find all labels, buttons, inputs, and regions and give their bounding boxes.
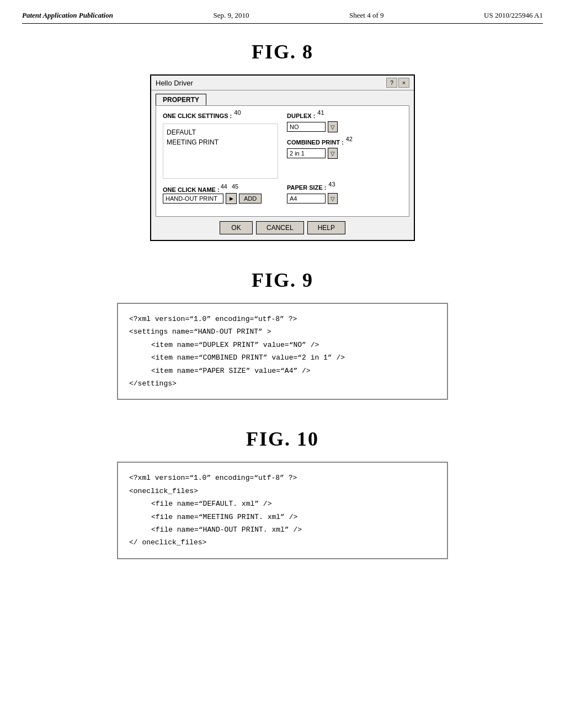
fig10-line-2: <oneclick_files> <box>129 485 436 497</box>
dialog-tab-bar: PROPERTY <box>151 90 414 105</box>
fig9-line-1: <?xml version=“1.0” encoding=“utf-8” ?> <box>129 313 436 325</box>
play-button[interactable]: ▶ <box>226 193 237 204</box>
paper-size-label: PAPER SIZE : <box>287 184 326 191</box>
right-settings-section: DUPLEX : 41 NO ▽ COMBINED PRINT : 42 <box>287 113 402 179</box>
ref-40: 40 <box>234 109 241 116</box>
duplex-dropdown-row: NO ▽ <box>287 121 402 132</box>
fig10-title: FIG. 10 <box>22 427 543 451</box>
tab-property[interactable]: PROPERTY <box>156 94 206 105</box>
patent-date: Sep. 9, 2010 <box>213 11 249 20</box>
help-titlebar-button[interactable]: ? <box>386 78 397 88</box>
dialog-titlebar-buttons: ? × <box>386 78 409 88</box>
ref-42: 42 <box>346 136 353 142</box>
one-click-settings-section: ONE CLICK SETTINGS : 40 DEFAULT MEETING … <box>163 113 278 179</box>
dialog-body: ONE CLICK SETTINGS : 40 DEFAULT MEETING … <box>156 105 409 217</box>
help-button[interactable]: HELP <box>307 221 345 234</box>
fig10-container: <?xml version=“1.0” encoding=“utf-8” ?> … <box>22 462 543 559</box>
combined-label: COMBINED PRINT : <box>287 139 344 146</box>
patent-number: US 2010/225946 A1 <box>484 11 543 20</box>
fig10-line-1: <?xml version=“1.0” encoding=“utf-8” ?> <box>129 472 436 484</box>
paper-size-section: PAPER SIZE : 43 A4 ▽ <box>287 184 402 204</box>
combined-arrow-icon[interactable]: ▽ <box>328 148 338 159</box>
add-button[interactable]: ADD <box>239 194 262 204</box>
fig9-line-6: </settings> <box>129 377 436 390</box>
fig9-line-4: <item name=“COMBINED PRINT” value=“2 in … <box>129 351 436 364</box>
fig10-line-4: <file name=“MEETING PRINT. xml” /> <box>129 511 436 523</box>
one-click-name-section: ONE CLICK NAME : 44 45 HAND-OUT PRINT ▶ … <box>163 186 278 204</box>
duplex-label: DUPLEX : <box>287 113 315 119</box>
duplex-arrow-icon[interactable]: ▽ <box>328 121 338 132</box>
fig9-line-3: <item name=“DUPLEX PRINT” value=“NO” /> <box>129 339 436 351</box>
one-click-name-label: ONE CLICK NAME : <box>163 186 220 193</box>
combined-dropdown-row: 2 in 1 ▽ <box>287 148 402 159</box>
name-input-row: HAND-OUT PRINT ▶ ADD <box>163 193 278 204</box>
patent-header: Patent Application Publication Sep. 9, 2… <box>22 11 543 24</box>
cancel-button[interactable]: CANCEL <box>256 221 304 234</box>
ref-45: 45 <box>232 183 238 190</box>
one-click-list: DEFAULT MEETING PRINT <box>163 124 278 179</box>
dialog-footer: OK CANCEL HELP <box>151 221 414 240</box>
bottom-settings-row: ONE CLICK NAME : 44 45 HAND-OUT PRINT ▶ … <box>163 184 402 204</box>
ok-button[interactable]: OK <box>220 221 253 234</box>
combined-value[interactable]: 2 in 1 <box>287 148 326 158</box>
fig9-code-box: <?xml version=“1.0” encoding=“utf-8” ?> … <box>117 303 448 400</box>
one-click-settings-label: ONE CLICK SETTINGS : <box>163 113 232 119</box>
patent-title: Patent Application Publication <box>22 11 113 20</box>
fig10-code-box: <?xml version=“1.0” encoding=“utf-8” ?> … <box>117 462 448 559</box>
fig8-title: FIG. 8 <box>22 40 543 63</box>
combined-setting: COMBINED PRINT : 42 2 in 1 ▽ <box>287 139 402 159</box>
fig10-line-5: <file name=“HAND-OUT PRINT. xml” /> <box>129 523 436 536</box>
ref-44: 44 <box>221 183 227 190</box>
fig9-title: FIG. 9 <box>22 269 543 292</box>
fig8-container: Hello Driver ? × PROPERTY ONE CLICK SETT… <box>22 74 543 241</box>
patent-sheet: Sheet 4 of 9 <box>349 11 383 20</box>
dialog-window-title: Hello Driver <box>156 79 193 87</box>
fig9-line-5: <item name=“PAPER SIZE” value=“A4” /> <box>129 365 436 377</box>
one-click-name-input[interactable]: HAND-OUT PRINT <box>163 194 223 204</box>
list-item-default: DEFAULT <box>167 127 274 137</box>
fig10-line-6: </ oneclick_files> <box>129 536 436 549</box>
fig9-container: <?xml version=“1.0” encoding=“utf-8” ?> … <box>22 303 543 400</box>
paper-dropdown-row: A4 ▽ <box>287 193 402 204</box>
ref-43: 43 <box>328 181 335 188</box>
fig10-line-3: <file name=“DEFAULT. xml” /> <box>129 497 436 510</box>
duplex-value[interactable]: NO <box>287 122 326 132</box>
ref-41: 41 <box>317 109 324 116</box>
main-settings-row: ONE CLICK SETTINGS : 40 DEFAULT MEETING … <box>163 113 402 179</box>
dialog-window: Hello Driver ? × PROPERTY ONE CLICK SETT… <box>150 74 415 241</box>
close-titlebar-button[interactable]: × <box>398 78 409 88</box>
paper-arrow-icon[interactable]: ▽ <box>328 193 338 204</box>
fig9-line-2: <settings name=“HAND-OUT PRINT” > <box>129 325 436 338</box>
paper-value[interactable]: A4 <box>287 194 326 204</box>
list-item-meeting: MEETING PRINT <box>167 137 274 147</box>
duplex-setting: DUPLEX : 41 NO ▽ <box>287 113 402 132</box>
dialog-titlebar: Hello Driver ? × <box>151 76 414 90</box>
